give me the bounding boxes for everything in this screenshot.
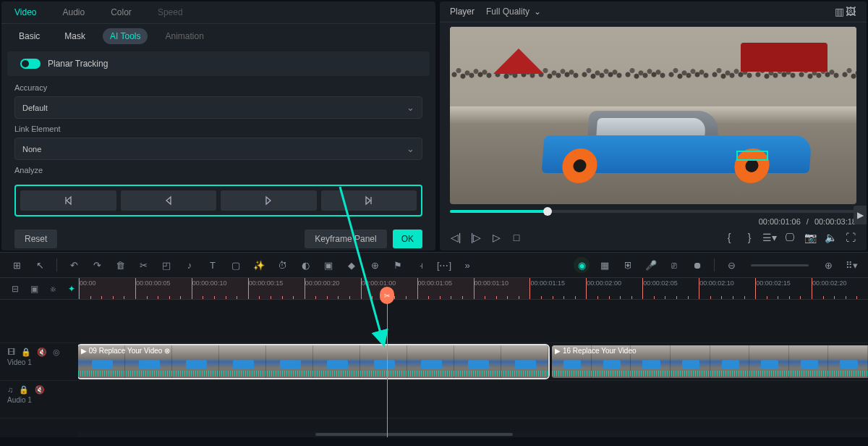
shield-icon[interactable]: ⛨ xyxy=(620,257,636,273)
player-title: Player xyxy=(450,7,475,17)
video-preview[interactable] xyxy=(450,27,856,204)
time-row: 00:00:01:06 / 00:00:03:18 xyxy=(440,216,867,227)
volume-icon[interactable]: 🔈 xyxy=(825,232,836,243)
timeline-tracks: 🎞 🔒 🔇 ◎ Video 1 ▶ 09 Replace Your Video … xyxy=(0,300,868,437)
analyze-forward-button[interactable] xyxy=(221,190,317,211)
audio-track-head: ♫ 🔒 🔇 Audio 1 xyxy=(0,381,78,418)
crop-icon[interactable]: ◰ xyxy=(158,257,174,273)
player-header: Player Full Quality⌄ ▥ 🖼 xyxy=(440,1,867,22)
zoom-slider[interactable] xyxy=(751,264,809,266)
expand-panel-button[interactable]: ▶ xyxy=(854,206,867,224)
mark-in-icon[interactable]: { xyxy=(723,232,735,243)
planar-tracking-toggle[interactable] xyxy=(20,59,41,69)
zoom-in-icon[interactable]: ⊕ xyxy=(820,257,836,273)
track-ai-icon[interactable]: ✦ xyxy=(65,282,78,295)
subtab-basic[interactable]: Basic xyxy=(12,28,47,44)
fullscreen-icon[interactable]: ⛶ xyxy=(845,232,856,243)
analyze-step-back-button[interactable] xyxy=(20,190,116,211)
effects-icon[interactable]: ✨ xyxy=(251,257,267,273)
undo-icon[interactable]: ↶ xyxy=(66,257,82,273)
redo-icon[interactable]: ↷ xyxy=(89,257,105,273)
film-icon[interactable]: 🎞 xyxy=(7,348,15,357)
ruler-tick: 00:00:02:20 xyxy=(812,278,847,299)
mute-icon[interactable]: 🔇 xyxy=(35,385,45,395)
track-hide-icon[interactable]: ⨳ xyxy=(46,282,59,295)
player-progress[interactable] xyxy=(450,210,856,213)
adjust-icon[interactable]: ⫞ xyxy=(413,257,429,273)
video-clip[interactable]: ▶ 16 Replace Your Video xyxy=(552,345,868,378)
mixer-icon[interactable]: ⎚ xyxy=(666,257,682,273)
accuracy-select[interactable]: Default xyxy=(14,96,422,119)
quality-select[interactable]: Full Quality⌄ xyxy=(486,7,541,17)
render-icon[interactable]: ▦ xyxy=(597,257,613,273)
mark-out-icon[interactable]: } xyxy=(744,232,755,243)
subtab-mask[interactable]: Mask xyxy=(57,28,93,44)
color-icon[interactable]: ◐ xyxy=(297,257,313,273)
clip-label: ▶ 09 Replace Your Video ⊗ xyxy=(81,347,170,355)
tab-color[interactable]: Color xyxy=(98,1,145,23)
delete-icon[interactable]: 🗑 xyxy=(112,257,128,273)
text-icon[interactable]: T xyxy=(205,257,221,273)
bracket-icon[interactable]: [⋯] xyxy=(436,257,452,273)
display-icon[interactable]: 🖵 xyxy=(784,232,796,243)
planar-tracking-label: Planar Tracking xyxy=(48,59,108,69)
reset-button[interactable]: Reset xyxy=(14,230,57,248)
snapshot-export-icon[interactable]: 🖼 xyxy=(845,6,856,17)
progress-fill xyxy=(450,210,548,213)
mic-icon[interactable]: 🎤 xyxy=(643,257,659,273)
ai-assistant-icon[interactable]: ◉ xyxy=(574,257,590,273)
view-menu-icon[interactable]: ⠿▾ xyxy=(843,257,859,273)
snapshot-icon[interactable]: 📷 xyxy=(804,232,816,243)
visibility-icon[interactable]: ◎ xyxy=(53,348,60,357)
ok-button[interactable]: OK xyxy=(393,230,422,248)
lock-icon[interactable]: 🔒 xyxy=(21,348,31,357)
analyze-label: Analyze xyxy=(14,166,422,174)
tab-video[interactable]: Video xyxy=(1,1,49,23)
progress-thumb[interactable] xyxy=(543,207,552,216)
video-scene xyxy=(450,27,856,204)
audio-track-lane[interactable] xyxy=(78,381,868,418)
tracking-region[interactable] xyxy=(736,151,768,161)
compare-view-icon[interactable]: ▥ xyxy=(833,6,845,17)
more-icon[interactable]: » xyxy=(459,257,475,273)
ruler-tick: 00:00:01:15 xyxy=(529,278,565,299)
keyframe-panel-button[interactable]: Keyframe Panel xyxy=(305,230,386,248)
grid-icon[interactable]: ⊞ xyxy=(9,257,25,273)
scrollbar-thumb[interactable] xyxy=(315,433,513,436)
pointer-icon[interactable]: ↖ xyxy=(32,257,48,273)
video-track-lane[interactable]: ▶ 09 Replace Your Video ⊗▶ 16 Replace Yo… xyxy=(78,343,868,380)
link-element-select[interactable]: None xyxy=(14,138,422,160)
timeline-ruler[interactable]: 00:0000:00:00:0500:00:00:1000:00:00:1500… xyxy=(78,278,868,299)
stop-icon[interactable]: □ xyxy=(511,232,522,243)
track-match-icon[interactable]: ⊟ xyxy=(9,282,22,295)
record-icon[interactable]: ⏺ xyxy=(689,257,705,273)
video-clip[interactable]: ▶ 09 Replace Your Video ⊗ xyxy=(78,345,548,378)
frame-forward-icon[interactable]: |▷ xyxy=(470,232,482,243)
current-time: 00:00:01:06 xyxy=(759,217,801,226)
mute-icon[interactable]: 🔇 xyxy=(37,348,47,357)
split-icon[interactable]: ✂ xyxy=(135,257,151,273)
subtab-ai-tools[interactable]: AI Tools xyxy=(103,28,148,44)
track-link-icon[interactable]: ▣ xyxy=(27,282,41,295)
analyze-reverse-button[interactable] xyxy=(121,190,217,211)
timeline-scrollbar[interactable] xyxy=(78,432,868,437)
video-track-row: 🎞 🔒 🔇 ◎ Video 1 ▶ 09 Replace Your Video … xyxy=(0,343,868,381)
keyframe-icon[interactable]: ◆ xyxy=(344,257,359,273)
settings-icon[interactable]: ☰▾ xyxy=(764,232,775,243)
zoom-out-icon[interactable]: ⊖ xyxy=(723,257,739,273)
music-icon[interactable]: ♪ xyxy=(182,257,197,273)
mask-icon[interactable]: ▣ xyxy=(320,257,336,273)
tab-audio[interactable]: Audio xyxy=(49,1,98,23)
note-icon[interactable]: ♫ xyxy=(7,385,13,395)
ruler-tick: 00:00:02:05 xyxy=(642,278,678,299)
lock-icon[interactable]: 🔒 xyxy=(19,385,29,395)
speed-icon[interactable]: ⏱ xyxy=(274,257,290,273)
panel-footer: Reset Keyframe Panel OK xyxy=(1,221,435,257)
video-track-head: 🎞 🔒 🔇 ◎ Video 1 xyxy=(0,343,78,380)
track-icon[interactable]: ⊕ xyxy=(367,257,383,273)
marker-icon[interactable]: ⚑ xyxy=(390,257,406,273)
frame-back-icon[interactable]: ◁| xyxy=(450,232,461,243)
play-icon[interactable]: ▷ xyxy=(490,232,502,243)
rect-icon[interactable]: ▢ xyxy=(228,257,244,273)
analyze-step-forward-button[interactable] xyxy=(321,190,417,211)
